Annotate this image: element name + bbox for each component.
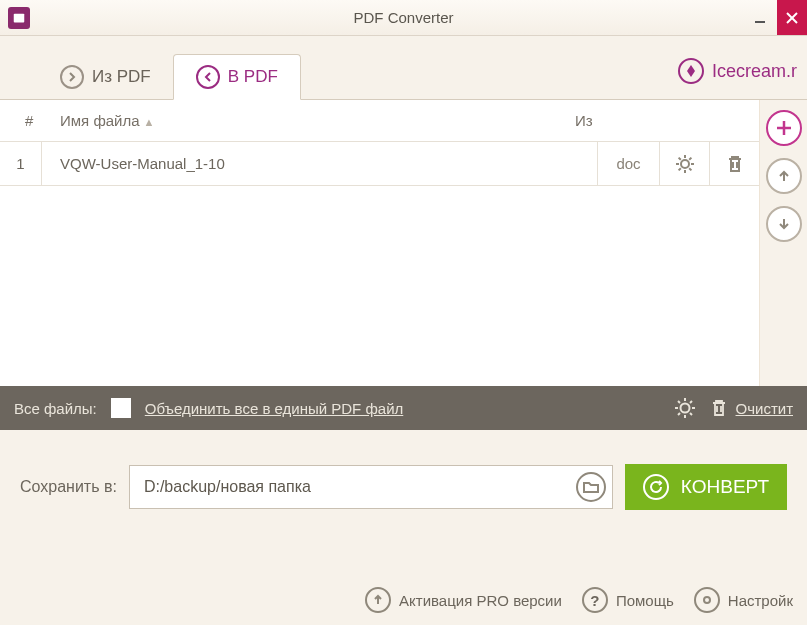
svg-point-15 (680, 404, 689, 413)
trash-icon (710, 398, 728, 418)
convert-button[interactable]: КОНВЕРТ (625, 464, 787, 510)
tab-to-pdf[interactable]: В PDF (173, 54, 301, 100)
table-header: # Имя файла▲ Из (0, 100, 759, 142)
svg-line-22 (678, 413, 680, 415)
help-label: Помощь (616, 592, 674, 609)
tabs: Из PDF В PDF Icecream.r (0, 36, 807, 100)
footer: Активация PRO версии ? Помощь Настройк (365, 587, 793, 613)
help-button[interactable]: ? Помощь (582, 587, 674, 613)
col-from[interactable]: Из (575, 112, 655, 129)
trash-icon (726, 154, 744, 174)
settings-label: Настройк (728, 592, 793, 609)
save-path-box (129, 465, 613, 509)
tab-label: Из PDF (92, 67, 151, 87)
settings-button[interactable]: Настройк (694, 587, 793, 613)
minimize-button[interactable] (743, 0, 777, 35)
add-file-button[interactable] (766, 110, 802, 146)
merge-link[interactable]: Объединить все в единый PDF файл (145, 400, 403, 417)
svg-line-12 (689, 157, 691, 159)
brand-link[interactable]: Icecream.r (678, 58, 797, 84)
col-num[interactable]: # (8, 112, 50, 129)
svg-line-20 (678, 401, 680, 403)
row-num: 1 (0, 142, 42, 185)
pro-label: Активация PRO версии (399, 592, 562, 609)
svg-point-4 (681, 160, 689, 168)
question-icon: ? (582, 587, 608, 613)
sort-asc-icon: ▲ (144, 116, 155, 128)
arrow-up-icon (365, 587, 391, 613)
to-pdf-icon (196, 65, 220, 89)
gear-icon (675, 154, 695, 174)
close-button[interactable] (777, 0, 807, 35)
svg-line-11 (678, 168, 680, 170)
svg-line-21 (690, 413, 692, 415)
row-delete-button[interactable] (709, 142, 759, 185)
plus-icon (775, 119, 793, 137)
app-icon (8, 7, 30, 29)
move-up-button[interactable] (766, 158, 802, 194)
refresh-icon (643, 474, 669, 500)
icecream-icon (678, 58, 704, 84)
allfiles-bar: Все файлы: Объединить все в единый PDF ф… (0, 386, 807, 430)
row-ext: doc (597, 142, 659, 185)
svg-point-24 (704, 597, 710, 603)
clear-all-button[interactable]: Очистит (710, 398, 793, 418)
brand-label: Icecream.r (712, 61, 797, 82)
allfiles-label: Все файлы: (14, 400, 97, 417)
window-title: PDF Converter (0, 9, 807, 26)
empty-drop-area[interactable] (0, 186, 759, 386)
tab-label: В PDF (228, 67, 278, 87)
pro-activation-button[interactable]: Активация PRO версии (365, 587, 562, 613)
from-pdf-icon (60, 65, 84, 89)
tab-from-pdf[interactable]: Из PDF (38, 55, 173, 99)
merge-checkbox[interactable] (111, 398, 131, 418)
col-filename[interactable]: Имя файла▲ (50, 112, 575, 129)
arrow-up-icon (777, 169, 791, 183)
save-path-input[interactable] (144, 478, 576, 496)
table-row[interactable]: 1 VQW-User-Manual_1-10 doc (0, 142, 759, 186)
save-row: Сохранить в: КОНВЕРТ (0, 430, 807, 530)
row-filename: VQW-User-Manual_1-10 (42, 155, 597, 172)
right-sidebar (759, 100, 807, 386)
folder-icon (583, 480, 599, 494)
svg-line-23 (690, 401, 692, 403)
gear-icon (674, 397, 696, 419)
arrow-down-icon (777, 217, 791, 231)
browse-folder-button[interactable] (576, 472, 606, 502)
row-settings-button[interactable] (659, 142, 709, 185)
svg-line-10 (689, 168, 691, 170)
main-content: # Имя файла▲ Из 1 VQW-User-Manual_1-10 d… (0, 100, 807, 386)
convert-label: КОНВЕРТ (681, 476, 769, 498)
allfiles-settings-button[interactable] (674, 397, 696, 419)
move-down-button[interactable] (766, 206, 802, 242)
titlebar: PDF Converter (0, 0, 807, 36)
svg-rect-0 (14, 13, 25, 22)
clear-label: Очистит (736, 400, 793, 417)
save-label: Сохранить в: (20, 478, 117, 496)
gear-icon (694, 587, 720, 613)
svg-line-9 (678, 157, 680, 159)
